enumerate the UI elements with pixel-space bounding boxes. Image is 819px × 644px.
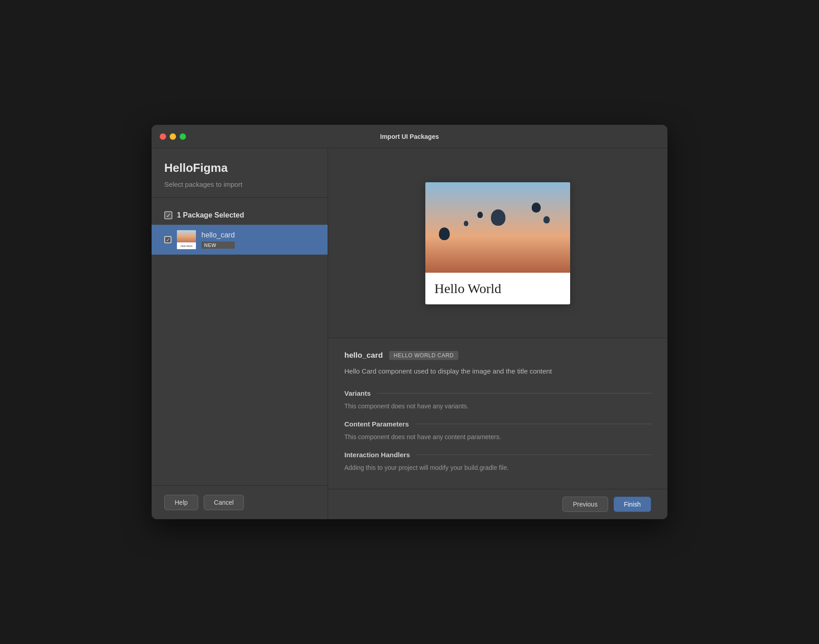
interaction-handlers-header: Interaction Handlers [344,451,651,459]
variants-section-header: Variants [344,389,651,397]
finish-button[interactable]: Finish [614,497,651,512]
item-name: hello_card [201,231,235,239]
package-selected-label: 1 Package Selected [177,211,244,219]
help-button[interactable]: Help [164,495,198,510]
detail-name: hello_card [344,351,383,360]
interaction-handlers-section: Interaction Handlers Adding this to your… [344,451,651,473]
content-params-line [415,424,651,424]
previous-button[interactable]: Previous [562,497,608,512]
item-check-icon: ✓ [166,237,170,243]
package-item[interactable]: ✓ Hello World hello_card NEW [152,225,328,255]
sidebar-header: HelloFigma Select packages to import [152,161,328,197]
balloon-4 [477,212,483,218]
maximize-button[interactable] [180,133,186,140]
interaction-handlers-body: Adding this to your project will modify … [344,463,651,473]
package-selected-row[interactable]: ✓ 1 Package Selected [152,206,328,225]
variants-body: This component does not have any variant… [344,402,651,411]
variants-section: Variants This component does not have an… [344,389,651,411]
cancel-button[interactable]: Cancel [204,495,244,510]
item-thumbnail: Hello World [177,230,196,249]
minimize-button[interactable] [170,133,176,140]
card-preview: Hello World [425,182,570,304]
balloon-6 [439,227,450,240]
card-text-area: Hello World [425,273,570,304]
checkbox-check-icon: ✓ [166,213,171,218]
app-title: HelloFigma [164,161,315,175]
bottom-bar: Previous Finish [328,489,667,519]
main-area: Hello World hello_card HELLO WORLD CARD … [328,148,667,519]
balloon-2 [532,203,541,213]
variants-title: Variants [344,389,371,397]
mini-card-text: Hello World [181,245,192,247]
balloon-5 [464,221,468,226]
card-image [425,182,570,273]
content-params-header: Content Parameters [344,420,651,428]
preview-area: Hello World [328,148,667,338]
interaction-handlers-line [416,455,651,455]
card-title: Hello World [434,281,561,296]
detail-description: Hello Card component used to display the… [344,366,651,377]
bottom-right: Previous Finish [562,497,651,512]
detail-area: hello_card HELLO WORLD CARD Hello Card c… [328,338,667,489]
mini-card-bg [177,230,196,242]
close-button[interactable] [160,133,166,140]
subtitle: Select packages to import [164,180,315,188]
detail-badge: HELLO WORLD CARD [389,351,458,360]
item-info: hello_card NEW [201,231,235,249]
window-title: Import UI Packages [380,133,439,140]
mini-card-text-area: Hello World [177,242,196,249]
content-params-body: This component does not have any content… [344,432,651,442]
window-controls [160,133,186,140]
dialog-window: Import UI Packages HelloFigma Select pac… [152,125,667,519]
balloon-3 [543,216,550,223]
item-badge: NEW [201,242,235,249]
sidebar: HelloFigma Select packages to import ✓ 1… [152,148,328,519]
content-params-section: Content Parameters This component does n… [344,420,651,442]
item-checkbox[interactable]: ✓ [164,236,171,243]
content-params-title: Content Parameters [344,420,409,428]
sidebar-divider [152,197,328,198]
thumbnail-inner: Hello World [177,230,196,249]
detail-header: hello_card HELLO WORLD CARD [344,351,651,360]
package-list: ✓ Hello World hello_card NEW [152,225,328,485]
select-all-checkbox[interactable]: ✓ [164,211,172,219]
content-area: HelloFigma Select packages to import ✓ 1… [152,148,667,519]
variants-line [377,393,651,393]
sidebar-footer: Help Cancel [152,485,328,519]
balloon-1 [491,209,505,226]
interaction-handlers-title: Interaction Handlers [344,451,410,459]
titlebar: Import UI Packages [152,125,667,148]
